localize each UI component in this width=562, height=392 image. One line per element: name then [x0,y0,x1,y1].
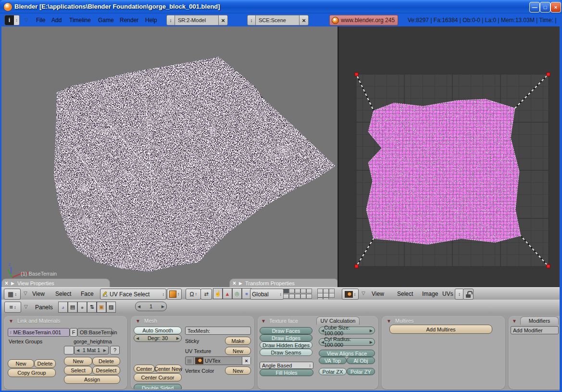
draw-faces-button[interactable]: Draw Faces [260,327,312,334]
pivot-dropdown[interactable]: Ω ↕ [186,289,201,300]
manipulator-rotate-button[interactable]: ◎ [232,288,242,299]
mat-next-icon[interactable]: ▶ [103,348,106,353]
layer-button[interactable] [306,294,312,299]
close-panel-icon[interactable]: × [233,280,236,287]
screen-browse-icon[interactable]: ↕ [166,15,175,25]
expand-panel-icon[interactable]: ▶ [11,281,14,286]
material-color-swatch[interactable] [64,346,74,354]
screen-delete-icon[interactable]: × [218,15,228,25]
auto-smooth-button[interactable]: Auto Smooth [134,327,182,334]
vgroup-copy-button[interactable]: Copy Group [8,368,56,377]
editor-type-button-buttons[interactable]: ≡ ↕ [4,302,21,313]
object-context-button[interactable]: ⇅ [87,302,97,313]
layer-button[interactable] [295,289,301,293]
maximize-button[interactable]: □ [540,2,550,13]
cube-size-field[interactable]: ◀ Cube Size: 100.000 ▶ [319,327,375,334]
material-select-button[interactable]: Select [64,366,92,375]
menu-select-uv[interactable]: Select [397,291,413,297]
scene-browse-icon[interactable]: ↕ [247,15,256,25]
view-aligns-face-button[interactable]: View Aligns Face [319,350,375,357]
fake-user-button[interactable]: F [70,328,77,337]
draw-edges-button[interactable]: Draw Edges [260,334,312,341]
layer-button[interactable] [283,294,289,299]
layer-button[interactable] [317,293,323,298]
scene-selector[interactable]: ↕ SCE:Scene × [247,15,309,25]
window-type-button[interactable]: i ↕ [4,15,20,25]
header-collapse-icon[interactable]: ▽ [24,304,28,309]
object-name-field[interactable]: OB:BaseTerrain [77,328,112,337]
minimize-button[interactable]: — [529,2,540,13]
close-panel-icon[interactable]: × [5,280,8,287]
menu-render[interactable]: Render [120,17,138,24]
cyl-right-icon[interactable]: ▶ [370,340,373,344]
menu-timeline[interactable]: Timeline [69,17,91,24]
uv-image-editor[interactable] [339,26,560,287]
tab-texture-face[interactable]: Texture face [266,317,301,324]
texmesh-field[interactable]: TexMesh: [185,327,251,335]
layer-button[interactable] [317,298,323,300]
draw-hidden-edges-button[interactable]: Draw Hidden Edges [260,341,312,349]
scene-context-button[interactable]: ▨ [106,302,116,313]
mat-prev-icon[interactable]: ◀ [76,348,79,353]
view-properties-panel[interactable]: × ▶ View Properties [1,278,110,287]
menu-game[interactable]: Game [98,17,114,24]
panel-collapse-icon[interactable]: ▼ [387,318,391,324]
frame-left-icon[interactable]: ◀ [137,304,140,309]
menu-face[interactable]: Face [81,291,94,297]
editing-context-button-active[interactable]: ▣ [97,302,106,313]
al-obj-button[interactable]: Al Obj [347,357,375,364]
layer-button[interactable] [289,294,295,299]
draw-type-dropdown[interactable]: ↕ [167,289,182,300]
sticky-make-button[interactable]: Make [225,337,251,345]
tab-uv-calculation[interactable]: UV Calculation [316,316,360,325]
uv-texture-new-button[interactable]: New [225,347,251,355]
transform-properties-panel[interactable]: × ▶ Transform Properties [229,278,337,287]
material-delete-button[interactable]: Delete [92,357,120,366]
fill-holes-button[interactable]: Fill Holes [260,369,313,376]
panel-collapse-icon[interactable]: ▼ [512,318,517,324]
update-lock-button[interactable] [463,289,474,300]
terrain-mesh[interactable]: x z [1,26,337,287]
shading-context-button[interactable]: ● [77,302,87,313]
material-menu-button[interactable]: ? [110,346,120,354]
material-deselect-button[interactable]: Deselect [92,366,120,375]
frame-number-field[interactable]: ◀ 1 ▶ [135,302,167,311]
degrees-field[interactable]: ◀ Degr: 30 ▶ [134,334,182,342]
menu-uvs[interactable]: UVs [442,291,453,297]
layer-button[interactable] [295,294,301,299]
header-collapse-icon[interactable]: ▽ [24,291,27,296]
double-sided-button[interactable]: Double Sided [134,384,182,389]
layer-button[interactable] [329,293,335,298]
va-top-button[interactable]: VA Top [319,357,347,364]
menu-view-uv[interactable]: View [372,291,384,297]
menu-file[interactable]: File [36,17,45,24]
center-cursor-button[interactable]: Center Cursor [134,373,182,381]
layer-button[interactable] [323,293,329,298]
material-new-button[interactable]: New [64,357,92,366]
editor-type-button-uv[interactable]: ↕ [342,289,359,300]
menu-view-3d[interactable]: View [32,291,45,297]
header-collapse-icon[interactable]: ▽ [25,17,28,23]
mesh-datablock-field[interactable]: ↕ ME:BaseTerrain.001 [8,328,70,337]
header-collapse-icon[interactable]: ▽ [362,291,365,296]
blender-org-badge[interactable]: www.blender.org 245 [329,15,398,25]
menu-add[interactable]: Add [51,17,62,24]
uvtex-row[interactable]: ▦ UVTex × [185,356,251,365]
proportional-falloff-button[interactable]: ⇄ [200,289,212,300]
unwrapper-dropdown[interactable]: Angle Based ↕ [260,362,313,369]
panel-title[interactable]: Link and Materials [17,318,60,324]
layer-button[interactable] [289,289,295,293]
vertex-color-new-button[interactable]: New [225,367,251,375]
screen-selector[interactable]: ↕ SR:2-Model × [166,15,228,25]
panel-title[interactable]: Multires [395,318,414,324]
panel-title[interactable]: Mesh [144,318,157,324]
polar-zy-button[interactable]: Polar ZY [347,368,375,375]
layer-button[interactable] [300,294,307,299]
mode-dropdown[interactable]: UV Face Select ↕ [100,289,166,300]
polar-zx-button[interactable]: Polar ZX [319,368,347,375]
add-modifier-dropdown[interactable]: Add Modifier [511,326,559,334]
material-assign-button[interactable]: Assign [64,375,120,384]
vgroup-delete-button[interactable]: Delete [34,359,56,368]
editor-type-button-3d[interactable]: ▦ ↕ [4,289,21,300]
menu-select-3d[interactable]: Select [55,291,71,297]
